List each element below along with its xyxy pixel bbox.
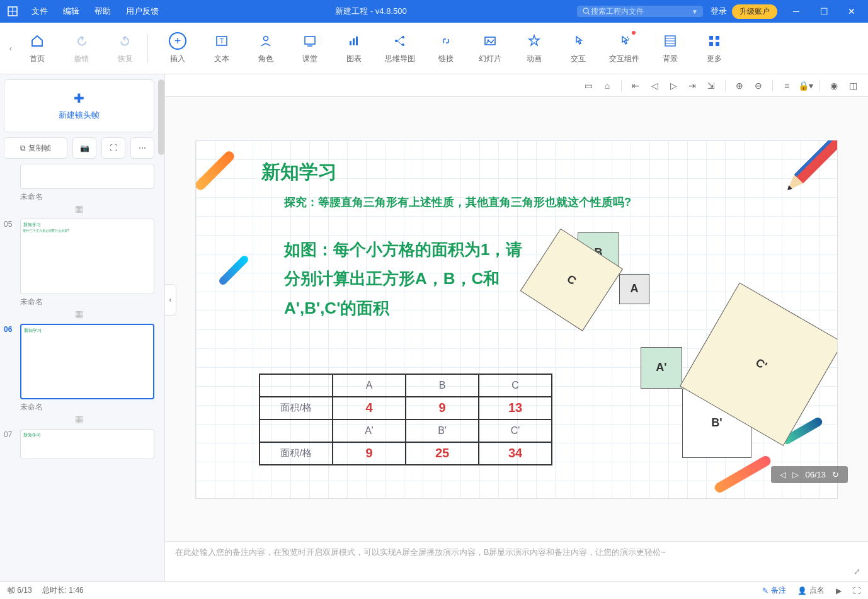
table-header: C — [479, 374, 552, 397]
main-area: ✚ 新建镜头帧 ⧉复制帧 📷 ⛶ ⋯ 未命名 ▦ 05 新知学习图中三个正方形之… — [0, 74, 868, 581]
slide-body[interactable]: 如图：每个小方格的面积为1，请分别计算出正方形A，B，C和A',B',C'的面积 — [284, 235, 523, 323]
nav-prev-icon[interactable]: ◁ — [647, 78, 662, 93]
thumbnail-05[interactable]: 新知学习图中三个正方形之间有什么关系? — [20, 219, 154, 294]
nav-last-icon[interactable]: ⇥ — [685, 78, 700, 93]
link-label: 链接 — [438, 54, 454, 64]
thumb-separator-icon[interactable]: ▦ — [4, 203, 154, 214]
component-button[interactable]: 交互组件 — [609, 32, 639, 64]
slide[interactable]: 新知学习 探究：等腰直角三角形有上述性质，其他直角三角形也就这个性质吗? 如图：… — [195, 140, 838, 499]
window-controls: ─ ☐ ✕ — [785, 3, 863, 20]
thumb-label: 未命名 — [20, 297, 154, 307]
text-button[interactable]: T 文本 — [208, 32, 235, 64]
snapshot-icon[interactable]: ◉ — [826, 78, 842, 93]
sidebar-collapse-button[interactable]: ‹ — [165, 284, 176, 316]
lock-icon[interactable]: 🔒▾ — [798, 78, 813, 93]
thumbnail-partial[interactable] — [20, 164, 154, 189]
copy-frame-button[interactable]: ⧉复制帧 — [4, 137, 67, 159]
crop-icon: ⛶ — [110, 144, 117, 152]
chart-label: 图表 — [346, 54, 362, 64]
role-button[interactable]: 角色 — [253, 32, 279, 64]
square-label: A — [631, 282, 639, 295]
svg-point-13 — [395, 40, 397, 42]
search-input[interactable] — [591, 7, 679, 16]
thumbnail-07[interactable]: 新知学习 — [20, 429, 154, 459]
more-icon — [705, 32, 723, 50]
thumb-separator-icon[interactable]: ▦ — [4, 309, 154, 319]
fullscreen-icon: ⛶ — [853, 586, 860, 595]
square-Ap[interactable]: A' — [641, 347, 682, 389]
shape-home-icon[interactable]: ⌂ — [600, 78, 615, 93]
badge-refresh-icon[interactable]: ↻ — [832, 470, 839, 479]
redo-button[interactable]: 恢复 — [112, 32, 139, 64]
align-icon[interactable]: ≡ — [779, 78, 794, 93]
component-icon — [615, 32, 633, 50]
present-button[interactable]: ▶ — [836, 586, 842, 595]
close-button[interactable]: ✕ — [840, 3, 863, 20]
svg-rect-29 — [716, 42, 719, 46]
new-frame-button[interactable]: ✚ 新建镜头帧 — [4, 79, 154, 132]
layers-icon[interactable]: ◫ — [845, 78, 860, 93]
slide-subtitle[interactable]: 探究：等腰直角三角形有上述性质，其他直角三角形也就这个性质吗? — [284, 195, 631, 210]
class-button[interactable]: 课堂 — [297, 32, 323, 64]
redo-icon — [117, 32, 134, 50]
mindmap-button[interactable]: 思维导图 — [385, 32, 415, 64]
frame-tool-icon[interactable]: ▭ — [581, 78, 596, 93]
background-button[interactable]: 背景 — [657, 32, 683, 64]
sidebar-scrollbar[interactable] — [158, 79, 164, 155]
slide-button[interactable]: 幻灯片 — [477, 32, 503, 64]
link-button[interactable]: 链接 — [433, 32, 459, 64]
svg-point-15 — [402, 43, 404, 46]
component-label: 交互组件 — [609, 54, 639, 64]
data-table[interactable]: A B C 面积/格 4 9 13 A' B' C' — [259, 374, 552, 465]
thumbnail-06[interactable]: 新知学习 — [20, 324, 154, 399]
chevron-down-icon[interactable]: ▼ — [692, 8, 698, 15]
thumb-separator-icon[interactable]: ▦ — [4, 414, 154, 424]
zoom-in-icon[interactable]: ⊕ — [732, 78, 747, 93]
badge-prev-icon[interactable]: ◁ — [780, 470, 786, 479]
animation-button[interactable]: 动画 — [521, 32, 547, 64]
slide-label: 幻灯片 — [479, 54, 501, 64]
square-label: C' — [753, 355, 769, 372]
status-bar: 帧 6/13 总时长: 1:46 ✎备注 👤点名 ▶ ⛶ — [0, 581, 868, 599]
crop-button[interactable]: ⛶ — [101, 137, 125, 159]
menu-feedback[interactable]: 用户反馈 — [120, 3, 165, 20]
square-A[interactable]: A — [619, 274, 649, 304]
expand-icon[interactable]: ⤢ — [854, 567, 860, 576]
camera-button[interactable]: 📷 — [72, 137, 96, 159]
upgrade-button[interactable]: 升级账户 — [732, 4, 777, 19]
page-indicator[interactable]: ◁ ▷ 06/13 ↻ — [771, 466, 848, 483]
home-button[interactable]: 首页 — [24, 32, 50, 64]
more-dots-icon: ⋯ — [139, 144, 146, 152]
home-icon — [28, 32, 46, 50]
slide-icon — [481, 32, 499, 50]
maximize-button[interactable]: ☐ — [813, 3, 835, 20]
chart-button[interactable]: 图表 — [341, 32, 367, 64]
more-button[interactable]: 更多 — [701, 32, 728, 64]
link-icon — [437, 32, 455, 50]
login-button[interactable]: 登录 — [711, 6, 727, 17]
notes-toggle-button[interactable]: ✎备注 — [762, 585, 786, 596]
nav-next-icon[interactable]: ▷ — [666, 78, 681, 93]
thumbnail-sidebar: ✚ 新建镜头帧 ⧉复制帧 📷 ⛶ ⋯ 未命名 ▦ 05 新知学习图中三个正方形之… — [0, 74, 165, 581]
zoom-out-icon[interactable]: ⊖ — [751, 78, 766, 93]
canvas[interactable]: 新知学习 探究：等腰直角三角形有上述性质，其他直角三角形也就这个性质吗? 如图：… — [165, 97, 868, 541]
notes-panel[interactable]: 在此处输入您的备注内容，在预览时开启双屏模式，可以实现A屏全屏播放演示内容，B屏… — [165, 541, 868, 581]
animation-label: 动画 — [527, 54, 542, 64]
menu-help[interactable]: 帮助 — [88, 3, 117, 20]
fullscreen-button[interactable]: ⛶ — [853, 586, 860, 595]
sidebar-more-button[interactable]: ⋯ — [130, 137, 154, 159]
search-box[interactable]: ▼ — [577, 6, 703, 17]
nav-first-icon[interactable]: ⇤ — [628, 78, 643, 93]
thumb-number-06: 06 — [4, 324, 16, 334]
menu-edit[interactable]: 编辑 — [57, 3, 86, 20]
menu-file[interactable]: 文件 — [25, 3, 54, 20]
badge-play-icon[interactable]: ▷ — [792, 470, 799, 479]
minimize-button[interactable]: ─ — [785, 3, 808, 20]
roll-call-button[interactable]: 👤点名 — [797, 585, 825, 596]
undo-button[interactable]: 撤销 — [68, 32, 94, 64]
interact-button[interactable]: 交互 — [565, 32, 591, 64]
slide-title[interactable]: 新知学习 — [261, 159, 337, 185]
ribbon-nav-left[interactable]: ‹ — [5, 33, 16, 64]
insert-button[interactable]: + 插入 — [164, 32, 191, 64]
nav-end-icon[interactable]: ⇲ — [704, 78, 719, 93]
